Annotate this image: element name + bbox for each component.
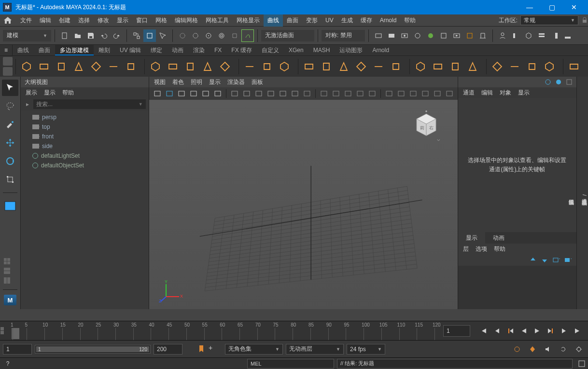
charset-selector[interactable]: 无角色集▼ [225, 344, 283, 355]
maya-logo-icon[interactable]: M [2, 294, 18, 306]
prefs-button[interactable] [573, 343, 585, 355]
shelf-cylinder61-icon[interactable] [584, 59, 588, 74]
go-end-button[interactable] [572, 325, 584, 337]
vp-motion-icon[interactable] [408, 88, 419, 99]
outliner-menu-display[interactable]: 展示 [26, 89, 37, 97]
play-back-button[interactable] [518, 325, 530, 337]
home-icon[interactable] [3, 16, 13, 25]
render-seq-button[interactable] [411, 29, 424, 42]
vp-deform-icon[interactable] [396, 88, 406, 99]
shelf-tab-2[interactable]: 多边形建模 [55, 45, 94, 55]
vp-xray-j-icon[interactable] [343, 88, 353, 99]
vp-fluids-icon[interactable] [444, 88, 455, 99]
toolbox-toggle-icon[interactable] [509, 29, 522, 42]
help-line-button[interactable]: ? [0, 360, 15, 367]
menu-create[interactable]: 创建 [55, 14, 74, 27]
vp-light-icon[interactable] [253, 88, 264, 99]
shelf-torus04-icon[interactable] [88, 59, 104, 74]
snap-curve-button[interactable] [189, 29, 202, 42]
shelf-plane20-icon[interactable] [242, 59, 257, 74]
range-start-outer[interactable]: 1 [3, 344, 32, 355]
menu-generate[interactable]: 生成 [337, 14, 357, 27]
go-start-button[interactable] [477, 325, 490, 337]
shelf-tab-4[interactable]: UV 编辑 [115, 45, 146, 55]
shelf-tab-9[interactable]: FX 缓存 [226, 45, 257, 55]
shelf-torus33-icon[interactable] [353, 59, 369, 74]
vp-aa-icon[interactable] [290, 88, 300, 99]
vp-shade-icon[interactable] [229, 88, 240, 99]
cb-menu-channels[interactable]: 通道 [463, 89, 475, 97]
layer-menu-layers[interactable]: 层 [463, 245, 469, 253]
outliner-item-defaultObjectSet[interactable]: defaultObjectSet [24, 161, 146, 170]
shelf-torus50-icon[interactable] [490, 59, 505, 74]
audio-button[interactable] [542, 343, 554, 355]
snap-projection-button[interactable] [215, 29, 228, 42]
sel-object-button[interactable] [143, 29, 156, 42]
menu-modify[interactable]: 修改 [94, 14, 113, 27]
shelf-tab-8[interactable]: FX [210, 45, 226, 55]
redo-button[interactable] [111, 29, 123, 42]
shelf-sphere10-icon[interactable] [148, 59, 163, 74]
range-slider-track[interactable]: 1120 [35, 345, 151, 354]
menu-surfaces[interactable]: 曲面 [283, 14, 302, 27]
autokey-button[interactable] [511, 343, 523, 355]
workspace-selector[interactable]: 常规▼ [520, 15, 578, 25]
menu-arnold[interactable]: Arnold [376, 14, 401, 27]
mode-selector[interactable]: 建模▼ [3, 30, 51, 41]
vp-menu-show[interactable]: 显示 [209, 78, 221, 86]
tl-opt1[interactable] [0, 327, 4, 330]
menu-edit[interactable]: 编辑 [36, 14, 55, 27]
menu-meshtools[interactable]: 网格工具 [202, 14, 233, 27]
bookmark-add-icon[interactable]: + [209, 344, 214, 354]
step-forward-button[interactable] [545, 325, 557, 337]
select-tool[interactable] [2, 80, 18, 96]
shelf-options-button[interactable] [3, 57, 13, 66]
shelf-torus14-icon[interactable] [217, 59, 233, 74]
snap-live-button[interactable] [241, 29, 254, 42]
shelf-sphere00-icon[interactable] [19, 59, 34, 74]
shelf-sphere40-icon[interactable] [413, 59, 428, 74]
vp-menu-view[interactable]: 视图 [154, 78, 166, 86]
loop-button[interactable] [557, 343, 570, 355]
vp-2d-icon[interactable] [367, 88, 378, 99]
vp-grid-icon[interactable] [188, 88, 199, 99]
range-end-outer[interactable]: 200 [154, 344, 182, 355]
vp-menu-shading[interactable]: 着色 [172, 78, 184, 86]
step-back-key-button[interactable] [490, 325, 503, 337]
vp-bookmark-icon[interactable] [164, 88, 175, 99]
snap-point-button[interactable] [202, 29, 215, 42]
shelf-cylinder42-icon[interactable] [448, 59, 463, 74]
shelf-menu-button[interactable]: ≡ [0, 45, 13, 55]
shelf-cube41-icon[interactable] [430, 59, 446, 74]
vp-msaa-icon[interactable] [302, 88, 312, 99]
shelf-tab-11[interactable]: XGen [284, 45, 308, 55]
menu-window[interactable]: 窗口 [132, 14, 152, 27]
cb-icon1[interactable] [545, 79, 551, 85]
shelf-plane51-icon[interactable] [507, 59, 522, 74]
layer-menu-options[interactable]: 选项 [476, 245, 487, 253]
outliner-menu-show[interactable]: 显示 [44, 89, 56, 97]
layout-four-button[interactable] [3, 258, 17, 266]
shelf-tab-12[interactable]: MASH [308, 45, 335, 55]
shelf-disc06-icon[interactable] [123, 59, 139, 74]
vp-culling-icon[interactable] [355, 88, 365, 99]
fps-selector[interactable]: 24 fps▼ [347, 344, 385, 355]
script-editor-button[interactable] [575, 357, 588, 369]
shelf-cone03-icon[interactable] [71, 59, 86, 74]
shelf-disc21-icon[interactable] [259, 59, 275, 74]
outliner-item-defaultLightSet[interactable]: defaultLightSet [24, 151, 146, 161]
shelf-cube30-icon[interactable] [301, 59, 317, 74]
shelf-tab-6[interactable]: 动画 [167, 45, 188, 55]
shelf-tab-10[interactable]: 自定义 [257, 45, 284, 55]
shelf-cube11-icon[interactable] [165, 59, 181, 74]
outliner-search-input[interactable]: 搜索...▼ [33, 99, 146, 109]
vp-menu-renderer[interactable]: 渲染器 [227, 78, 245, 86]
timeline-ruler[interactable]: 1510152025303540455055606570758085909510… [9, 321, 440, 340]
shelf-cylinder02-icon[interactable] [54, 59, 69, 74]
shelf-cone43-icon[interactable] [465, 59, 480, 74]
paint-select-tool[interactable] [2, 116, 18, 133]
play-forward-button[interactable] [531, 325, 544, 337]
vp-wire-icon[interactable] [212, 88, 223, 99]
vp-image-icon[interactable] [176, 88, 187, 99]
scale-tool[interactable] [2, 171, 18, 188]
